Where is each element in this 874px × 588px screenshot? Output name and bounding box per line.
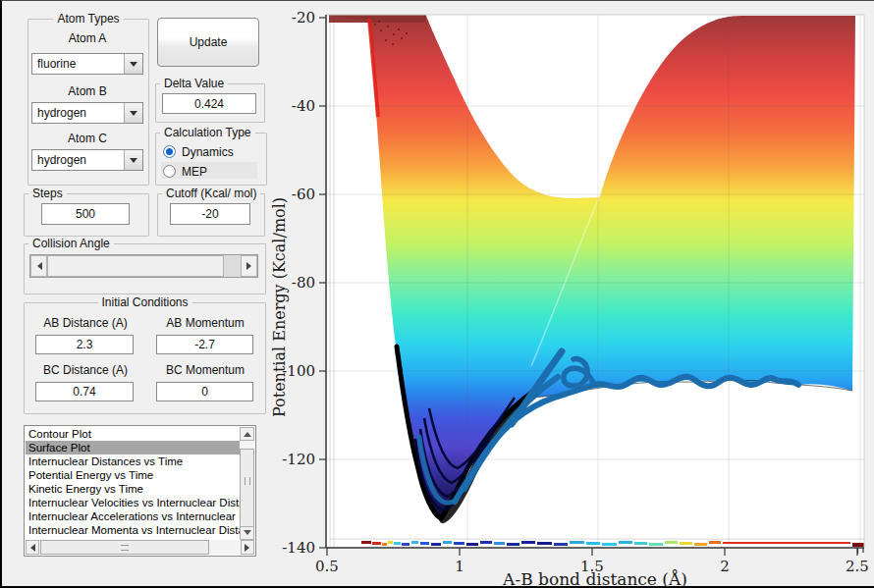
ab-distance-label: AB Distance (A): [31, 316, 139, 330]
bc-momentum-field[interactable]: [156, 382, 253, 401]
update-button[interactable]: Update: [157, 18, 259, 67]
x-tick-label: 2.5: [846, 558, 869, 575]
y-axis-label: Potential Energy (Kcal/mol): [270, 197, 289, 417]
radio-dynamics-label: Dynamics: [182, 145, 234, 159]
atom-a-select[interactable]: fluorine: [31, 53, 143, 75]
radio-icon[interactable]: [163, 145, 176, 158]
cutoff-title: Cutoff (Kcal/ mol): [162, 187, 260, 200]
ab-momentum-field[interactable]: [156, 335, 253, 354]
steps-field[interactable]: [41, 203, 130, 225]
radio-icon[interactable]: [163, 165, 176, 178]
slider-thumb[interactable]: [47, 255, 224, 277]
atom-c-value: hydrogen: [32, 150, 124, 170]
atom-c-dropdown-button[interactable]: [124, 150, 142, 170]
atom-a-dropdown-button[interactable]: [124, 54, 142, 74]
bc-distance-field[interactable]: [35, 382, 134, 401]
y-tick-label: -120: [282, 451, 315, 468]
ab-distance-field[interactable]: [35, 335, 134, 354]
atom-b-select[interactable]: hydrogen: [31, 102, 143, 124]
slider-right-arrow[interactable]: [241, 255, 257, 277]
surface-top-cap: [329, 15, 426, 23]
ab-momentum-label: AB Momentum: [151, 316, 259, 330]
thumb-grip: [245, 477, 250, 485]
radio-mep-label: MEP: [182, 165, 207, 179]
y-tick-label: -140: [282, 539, 315, 557]
atom-types-title: Atom Types: [53, 12, 123, 26]
initial-conditions-title: Initial Conditions: [97, 295, 191, 309]
scroll-right-button[interactable]: [241, 540, 254, 555]
plot-type-list: Contour PlotSurface PlotInternuclear Dis…: [26, 427, 240, 540]
arrow-left-icon: [27, 544, 35, 552]
chevron-down-icon: [130, 158, 137, 167]
x-tick-label: 1: [455, 558, 464, 575]
x-axis-label: A-B bond distance (Å): [502, 569, 687, 588]
horizontal-scrollbar[interactable]: [26, 540, 254, 555]
thumb-grip: [121, 545, 129, 551]
list-item[interactable]: Potential Energy vs Time: [26, 468, 240, 482]
vertical-scrollbar[interactable]: [240, 427, 254, 540]
y-tick-label: -20: [292, 9, 315, 27]
delta-value-field[interactable]: [162, 93, 256, 114]
scroll-left-button[interactable]: [26, 540, 39, 555]
list-item[interactable]: Surface Plot: [26, 441, 240, 454]
y-tick-label: -80: [292, 274, 315, 292]
atom-b-dropdown-button[interactable]: [124, 103, 142, 123]
arrow-right-icon: [246, 262, 255, 270]
collision-angle-title: Collision Angle: [28, 237, 114, 250]
vertical-scroll-thumb[interactable]: [240, 449, 254, 531]
list-item[interactable]: Internuclear Accelerations vs Internucle…: [26, 509, 240, 523]
atom-c-label: Atom C: [27, 132, 147, 145]
arrow-up-icon: [244, 428, 251, 437]
scroll-up-button[interactable]: [240, 427, 254, 441]
horizontal-scroll-thumb[interactable]: [40, 540, 209, 555]
bc-distance-label: BC Distance (A): [31, 363, 139, 377]
radio-mep[interactable]: MEP: [163, 163, 207, 180]
y-tick-label: -40: [292, 97, 315, 115]
list-item[interactable]: Internuclear Distances vs Time: [26, 454, 240, 468]
delta-value-title: Delta Value: [160, 77, 228, 90]
x-tick-label: 0.5: [315, 558, 339, 575]
atom-a-value: fluorine: [32, 54, 124, 74]
x-tick-label: 2: [720, 558, 730, 575]
chevron-down-icon: [130, 62, 137, 71]
arrow-left-icon: [33, 262, 42, 270]
bc-momentum-label: BC Momentum: [151, 363, 259, 377]
calculation-type-title: Calculation Type: [160, 126, 255, 139]
arrow-down-icon: [244, 530, 251, 539]
list-item[interactable]: Internuclear Velocities vs Internuclear …: [26, 496, 240, 509]
atom-a-label: Atom A: [27, 31, 147, 45]
scroll-down-button[interactable]: [240, 526, 254, 540]
slider-track[interactable]: [224, 255, 241, 277]
list-item[interactable]: Kinetic Energy vs Time: [26, 482, 240, 496]
list-item[interactable]: Contour Plot: [26, 427, 240, 441]
arrow-right-icon: [245, 544, 253, 552]
collision-angle-slider[interactable]: [29, 254, 258, 278]
atom-b-label: Atom B: [27, 84, 147, 98]
atom-c-select[interactable]: hydrogen: [31, 149, 143, 171]
chevron-down-icon: [130, 111, 137, 120]
slider-left-arrow[interactable]: [30, 255, 47, 277]
cutoff-field[interactable]: [170, 203, 250, 225]
steps-title: Steps: [28, 187, 67, 200]
atom-b-value: hydrogen: [32, 103, 124, 123]
list-item[interactable]: Internuclear Momenta vs Internuclear Dis…: [26, 523, 240, 537]
app-window: { "controls": { "atom_types": { "title":…: [0, 0, 874, 588]
plot-type-listbox[interactable]: Contour PlotSurface PlotInternuclear Dis…: [24, 425, 256, 557]
y-tick-label: -60: [292, 186, 315, 203]
radio-dynamics[interactable]: Dynamics: [163, 143, 234, 160]
